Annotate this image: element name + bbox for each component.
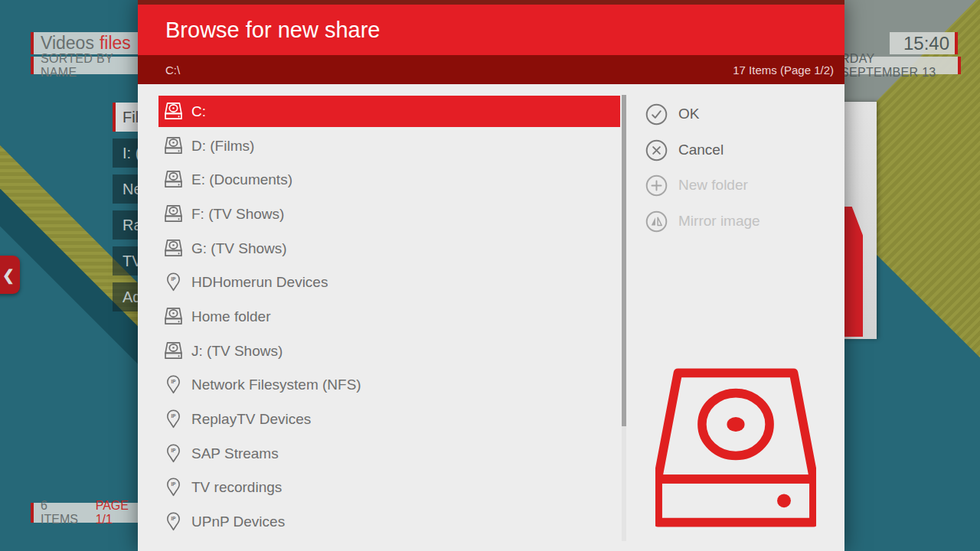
check-icon — [645, 103, 668, 126]
dialog-path-bar: C:\ 17 Items (Page 1/2) — [138, 55, 844, 84]
list-item[interactable]: Network Filesystem (NFS) — [158, 369, 620, 400]
drive-icon — [163, 306, 184, 327]
hard-disk-icon — [655, 367, 816, 528]
drive-icon — [163, 341, 184, 361]
list-item[interactable]: J: (TV Shows) — [158, 335, 620, 367]
list-item-label: F: (TV Shows) — [191, 206, 284, 223]
network-pin-icon — [163, 511, 184, 532]
network-pin-icon — [163, 272, 184, 292]
list-item-label: E: (Documents) — [191, 171, 292, 188]
list-item-label: J: (TV Shows) — [191, 343, 283, 360]
list-item[interactable]: F: (TV Shows) — [158, 198, 620, 230]
date-bar: RDAY SEPTEMBER 13 — [841, 57, 961, 74]
list-item-label: Home folder — [191, 308, 271, 325]
action-label: Cancel — [678, 142, 724, 158]
dialog-body: C:D: (Films)E: (Documents)F: (TV Shows)G… — [138, 84, 844, 551]
close-icon — [645, 139, 668, 161]
list-item-label: Network Filesystem (NFS) — [191, 377, 361, 393]
list-item-label: D: (Films) — [191, 138, 254, 155]
cancel-button[interactable]: Cancel — [645, 139, 724, 161]
list-item-label: C: — [191, 103, 206, 120]
items-count-bar: 6 ITEMS PAGE 1/1 — [31, 503, 149, 523]
list-item-label: HDHomerun Devices — [191, 274, 328, 291]
list-item[interactable]: G: (TV Shows) — [158, 233, 620, 264]
drive-icon — [163, 204, 184, 224]
network-pin-icon — [163, 443, 184, 464]
action-label: Mirror image — [678, 213, 760, 230]
background-poster-card — [839, 102, 877, 339]
items-count-text: 6 ITEMS — [41, 499, 88, 527]
window-title-primary: Videos — [41, 33, 94, 54]
list-item[interactable]: ReplayTV Devices — [158, 403, 620, 435]
mirror-image-button: Mirror image — [645, 210, 760, 233]
list-item-label: ReplayTV Devices — [191, 411, 311, 428]
scrollbar-thumb[interactable] — [622, 95, 626, 426]
new-folder-button: New folder — [645, 174, 748, 197]
ok-button[interactable]: OK — [645, 103, 699, 126]
list-item-label: G: (TV Shows) — [191, 240, 287, 257]
plus-icon — [645, 174, 668, 197]
list-item[interactable]: UPnP Devices — [158, 506, 620, 537]
drive-icon — [163, 101, 184, 122]
date-text: RDAY SEPTEMBER 13 — [841, 52, 952, 80]
collapse-panel-button[interactable]: ❮ — [0, 256, 20, 294]
action-label: OK — [678, 106, 699, 122]
sort-label-bar: SORTED BY NAME — [31, 57, 149, 74]
list-item[interactable]: SAP Streams — [158, 438, 620, 469]
network-pin-icon — [163, 409, 184, 429]
sort-label: SORTED BY NAME — [41, 52, 149, 80]
dialog-title: Browse for new share — [165, 18, 380, 43]
list-item[interactable]: HDHomerun Devices — [158, 266, 620, 298]
poster-art-fragment — [843, 207, 863, 337]
network-pin-icon — [163, 477, 184, 497]
drive-icon — [163, 135, 184, 156]
clock-text: 15:40 — [903, 33, 949, 54]
list-item[interactable]: Home folder — [158, 301, 620, 332]
network-pin-icon — [163, 374, 184, 395]
action-label: New folder — [678, 177, 748, 194]
browse-share-dialog: Browse for new share C:\ 17 Items (Page … — [138, 0, 844, 551]
mirror-icon — [645, 210, 668, 233]
screen: Videos files SORTED BY NAME 15:40 RDAY S… — [0, 0, 980, 551]
list-item[interactable]: E: (Documents) — [158, 164, 620, 195]
scrollbar-track[interactable] — [622, 95, 626, 541]
chevron-left-icon: ❮ — [2, 266, 15, 284]
list-item[interactable]: D: (Films) — [158, 130, 620, 161]
list-item[interactable]: C: — [158, 96, 620, 127]
list-item-label: UPnP Devices — [191, 514, 285, 530]
list-item-label: TV recordings — [191, 479, 282, 496]
drive-icon — [163, 169, 184, 190]
list-item-label: SAP Streams — [191, 445, 279, 462]
window-title-secondary: files — [100, 33, 131, 54]
list-item[interactable]: TV recordings — [158, 471, 620, 503]
drive-icon — [163, 238, 184, 259]
dialog-title-bar: Browse for new share — [138, 0, 844, 55]
items-page-count: 17 Items (Page 1/2) — [733, 64, 834, 77]
current-path: C:\ — [165, 64, 180, 77]
